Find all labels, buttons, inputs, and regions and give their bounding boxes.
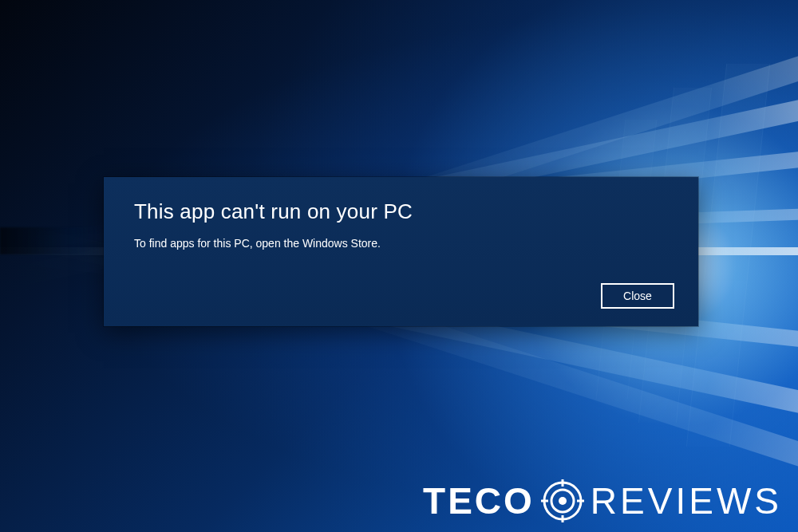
error-dialog: This app can't run on your PC To find ap… <box>104 177 698 326</box>
dialog-title: This app can't run on your PC <box>134 199 668 224</box>
dialog-message: To find apps for this PC, open the Windo… <box>134 237 668 250</box>
desktop-background: This app can't run on your PC To find ap… <box>0 0 798 532</box>
close-button[interactable]: Close <box>601 283 674 309</box>
target-icon <box>541 479 584 522</box>
svg-point-1 <box>551 490 574 512</box>
svg-point-2 <box>559 497 567 505</box>
shadow-bar <box>0 227 104 254</box>
light-pane <box>686 64 770 447</box>
watermark: TECO REVIEWS <box>423 479 782 522</box>
svg-point-0 <box>544 483 581 519</box>
watermark-brand-light: REVIEWS <box>591 479 782 522</box>
watermark-text: TECO <box>423 479 535 522</box>
watermark-brand-bold: TECO <box>423 480 535 522</box>
dialog-actions: Close <box>601 283 674 309</box>
